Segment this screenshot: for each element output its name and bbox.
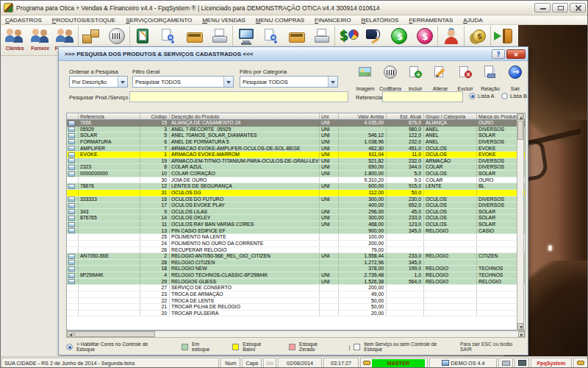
column-codigo[interactable]: Código [140, 113, 170, 119]
action-button[interactable]: Alterar [428, 65, 453, 93]
menu-item[interactable]: FERRAMENTAS [409, 17, 453, 24]
image-icon [358, 65, 373, 79]
product-photo-icon [68, 279, 75, 284]
table-row[interactable]: 2323 8 COLAR AZUL UNI 690,00 344,0 COLAR… [67, 164, 525, 171]
boxes-icon [79, 26, 104, 46]
action-button[interactable]: Relação [478, 65, 503, 93]
table-row[interactable]: 25 POLIMENTO NA LENTE 100,00 [67, 234, 525, 241]
service-item-swatch [354, 344, 360, 350]
table-row[interactable]: 19 ARMACO-EM-TITNIO-TITANIUM-PARA-OCULOS… [67, 158, 525, 165]
maximize-button[interactable] [552, 3, 568, 13]
folder-icon [182, 26, 207, 46]
table-row[interactable]: 11 OCULOS RAY BAN VARIAS CORES UNI 468,0… [67, 222, 525, 228]
action-button[interactable]: Excluir [453, 65, 478, 93]
table-row[interactable]: 24 POLIMENTO NO OURO DA CORRENTE 200,00 [67, 241, 525, 247]
network-icon [518, 360, 526, 366]
pc-icon [442, 360, 449, 366]
cashbook-icon [362, 26, 387, 46]
horizontal-scrollbar[interactable] [66, 330, 526, 338]
table-row[interactable]: 31 OCULOS DG 112,00 50,0 [67, 190, 525, 197]
column-est-atual[interactable]: Est. Atual [387, 113, 424, 119]
menu-item[interactable]: MENU COMPRAS [256, 17, 304, 24]
table-row[interactable]: AMPLIFER 7 ARMACAO EVOKE-AMPLIFER-OCULOS… [67, 146, 525, 152]
list-b-radio[interactable]: Lista B [501, 93, 527, 99]
action-button-label: CodBarra [379, 86, 401, 91]
toolbar-button[interactable]: Fornece [27, 26, 52, 55]
table-row[interactable]: 18 RELOGIO NEW 378,00 199,0 RELOGIO TECH… [67, 266, 525, 272]
product-photo-icon [68, 171, 75, 177]
toolbar-button[interactable]: Clientes [2, 26, 27, 55]
general-filter-combo[interactable]: Pesquisar TODOS [132, 76, 234, 88]
column-uni[interactable]: Uni [320, 113, 339, 119]
chevron-down-icon[interactable] [223, 77, 233, 87]
order-combo[interactable]: Por Descrição [69, 76, 128, 88]
scroll-up-icon[interactable] [517, 113, 523, 120]
chevron-down-icon[interactable] [328, 77, 337, 87]
table-row[interactable]: 30 JOIA DE OURO 9.310,20 9,0 COLAR OURO [67, 177, 525, 184]
table-row[interactable]: 05929 3 ANEL 7-RECORTE_05929 UNI 980,0 A… [67, 127, 525, 133]
action-button[interactable]: Sair [503, 65, 528, 93]
table-row[interactable]: SOLAR 5 ANEL 70ANOS_SOLAR_DIAMANTES UNI … [67, 132, 525, 139]
table-row[interactable]: 29 RELOGIOS GUESS UNI 1.526,38 564,0 REL… [67, 279, 525, 286]
table-row[interactable]: AN7050-56E 2 RELOGIO AN7050-56E_REL_GIO_… [67, 253, 525, 260]
column-marca[interactable]: Marca do Produto [477, 113, 519, 119]
scroll-right-icon[interactable] [518, 331, 525, 337]
exit-hint: Para sair ESC ou botão SAIR [460, 342, 526, 352]
dialog-close-button[interactable]: × [506, 49, 526, 59]
product-photo-icon [68, 222, 75, 227]
table-row[interactable]: 26 RECUPERAR RELOGIO 79,00 [67, 247, 525, 254]
product-search-input[interactable] [129, 91, 348, 102]
menu-item[interactable]: MENU VENDAS [202, 17, 245, 24]
table-row[interactable]: 28 RELOGIO CITIZEN 1.272,96 345,0 [67, 260, 525, 266]
enable-colors-radio[interactable] [66, 344, 73, 350]
column-descricao[interactable]: Descrição do Produto [170, 113, 320, 119]
chevron-down-icon[interactable] [118, 77, 127, 87]
table-row[interactable]: 876765 14 OCULOS OKLEY UNI 300,00 233,0 … [67, 215, 525, 222]
menu-item[interactable]: RELATÓRIOS [361, 17, 398, 24]
table-row[interactable]: 343 9 OCULOS LILAS UNI 296,00 45,0 OCULO… [67, 209, 525, 216]
table-row[interactable]: 7656 15 ALIANÇA DE CASAMENTO 24 UNI 4.03… [67, 120, 525, 127]
horizontal-scroll-thumb[interactable] [74, 331, 155, 337]
table-row[interactable]: 333333 16 OCULOS DO FUTURO UNI 300,00 23… [67, 197, 525, 203]
column-grupo-categoria[interactable]: Grupo / Categoria [424, 113, 477, 119]
menu-item[interactable]: FINANCEIRO [315, 17, 351, 24]
codbarra-icon [383, 65, 398, 79]
table-row[interactable]: 0000000000 10 COLAR CORAÇÃO UNI 1.800,00… [67, 171, 525, 177]
table-row[interactable]: EVOKE 1 ARMACAO EVOKE-MARROM UNI 611,04 … [67, 152, 525, 158]
statusbar-segment: SUA CIDADE - RS 2 de Junho de 2014 - Seg… [1, 358, 219, 368]
column-referencia[interactable]: Referencia [79, 113, 140, 119]
menu-item[interactable]: SERVIÇO/ORÇAMENTO [126, 17, 192, 24]
scroll-left-icon[interactable] [67, 331, 74, 337]
menu-item[interactable]: CADASTROS [5, 17, 42, 24]
list-a-radio[interactable]: Lista A [469, 93, 495, 99]
table-row[interactable]: FORMATURA 6 ANEL DE FORMATURA 5 UNI 1.03… [67, 139, 525, 146]
window-titlebar: Programa para Otica + Vendas & Financeir… [1, 1, 588, 15]
table-row[interactable]: 6P29IM4K 4 RELOGIO TECHNOS-CLASSIC-6P29I… [67, 272, 525, 279]
close-button[interactable] [570, 3, 586, 13]
menu-item[interactable]: PRODUTOS/ESTOQUE [52, 17, 115, 24]
table-row[interactable]: 27 SERVIÇO DE CONSERTO 200,00 [67, 285, 525, 291]
radio-selected-icon [469, 93, 476, 99]
action-button[interactable]: CodBarra [378, 65, 403, 93]
table-row[interactable]: 21 TROCAR PILHA DE RELOGIO 50,00 [67, 304, 525, 311]
scroll-down-icon[interactable] [517, 323, 523, 330]
table-row[interactable]: 78676 12 LENTES DE SEGURANÇA UNI 600,00 … [67, 183, 525, 190]
help-button[interactable]: ? [492, 49, 505, 59]
product-photo-icon [68, 273, 75, 278]
vertical-scrollbar[interactable] [517, 113, 524, 330]
minimize-button[interactable] [534, 3, 551, 13]
statusbar-segment [573, 358, 588, 368]
table-row[interactable]: 20 TROCAR PULSEIRA 20,00 [67, 311, 525, 317]
table-row[interactable]: 17 OCULOS EVOKE PLAY 400,00 652,0 OCULOS… [67, 202, 525, 209]
vertical-scroll-thumb[interactable] [517, 121, 523, 140]
product-photo-icon [68, 121, 75, 126]
people-icon [28, 26, 53, 46]
column-valor-avista[interactable]: Valor Avista [339, 113, 387, 119]
table-row[interactable]: 22 TROCA DE LENTE 50,00 [67, 298, 525, 305]
action-button[interactable]: Incluir [403, 65, 428, 93]
action-button[interactable]: Imagem [353, 65, 378, 93]
menu-item[interactable]: AJUDA [463, 17, 482, 24]
table-row[interactable]: 23 TROCA DE ARMAÇÃO 49,00 [67, 291, 525, 298]
table-row[interactable]: 13 PIN CASIO EDIFICE EF 900,00 345,0 REL… [67, 228, 525, 235]
category-filter-combo[interactable]: Pesquisar TODOS [240, 76, 338, 88]
